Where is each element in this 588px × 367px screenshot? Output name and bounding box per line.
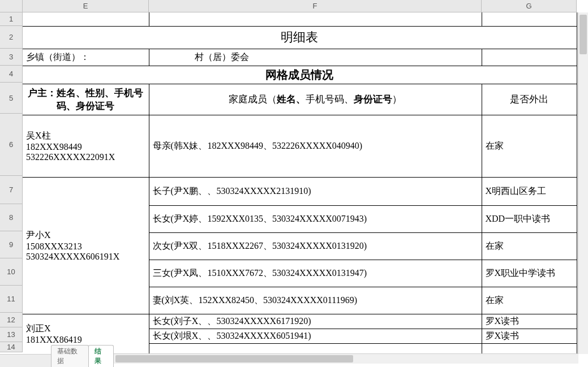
row-header[interactable]: 12 (0, 313, 23, 327)
row-header[interactable]: 4 (0, 66, 23, 83)
member-cell[interactable]: 次女(尹X双、1518XXX2267、530324XXXXX0131920) (149, 232, 482, 260)
status-cell[interactable]: 罗X读书 (482, 329, 577, 343)
row-header[interactable]: 14 (0, 342, 23, 352)
row-header[interactable]: 13 (0, 327, 23, 342)
row-header[interactable]: 11 (0, 286, 23, 313)
title-cell[interactable]: 明细表 (23, 26, 577, 49)
vertical-scrollbar[interactable] (578, 12, 588, 354)
member-cell[interactable]: 三女(尹X凤、1510XXX7672、530324XXXXX0131947) (149, 260, 482, 287)
column-headers: E F G (23, 0, 577, 12)
tab-result[interactable]: 结果 (88, 345, 114, 367)
status-cell[interactable]: X明西山区务工 (482, 177, 577, 205)
section-header[interactable]: 网格成员情况 (23, 66, 577, 84)
row-headers: 1234567891011121314 (0, 12, 23, 352)
cell[interactable] (482, 49, 577, 66)
sheet-tabs: 基础数据 结果 (0, 354, 113, 367)
cell[interactable] (23, 12, 149, 26)
col-e-header[interactable]: 户主：姓名、性别、手机号码、身份证号 (23, 84, 149, 115)
text: 姓名、性别、手机号码、身份证号 (57, 88, 143, 111)
spreadsheet-grid[interactable]: 明细表 乡镇（街道）： 村（居）委会 网格成员情况 户主：姓名、性别、手机号码、… (23, 12, 577, 353)
household-head[interactable]: 吴X柱182XXX98449532226XXXXX22091X (23, 115, 149, 177)
status-cell[interactable]: 在家 (482, 287, 577, 314)
corner-select-all[interactable] (0, 0, 23, 12)
status-cell[interactable]: 罗X职业中学读书 (482, 260, 577, 287)
household-head[interactable]: 尹小X1508XXX3213530324XXXXX606191X (23, 177, 149, 314)
row-header[interactable]: 9 (0, 231, 23, 258)
member-cell[interactable]: 长子(尹X鹏、、530324XXXXX2131910) (149, 177, 482, 205)
row-header[interactable]: 6 (0, 114, 23, 176)
row-header[interactable]: 1 (0, 12, 23, 26)
status-cell[interactable] (482, 343, 577, 353)
text: 家庭成员（ (229, 94, 277, 105)
cell[interactable] (149, 12, 482, 26)
horizontal-scrollbar[interactable] (113, 353, 578, 364)
row-header[interactable]: 10 (0, 258, 23, 286)
text: 姓名、 (277, 94, 306, 105)
member-cell[interactable]: 妻(刘X英、152XXX82450、530324XXXXX0111969) (149, 287, 482, 314)
col-header-f[interactable]: F (149, 0, 482, 12)
status-cell[interactable]: 罗X读书 (482, 314, 577, 329)
text: 户主： (28, 88, 57, 98)
member-cell[interactable] (149, 343, 482, 353)
text: 手机号码、 (306, 94, 354, 105)
status-cell[interactable]: 在家 (482, 232, 577, 260)
row-header[interactable]: 5 (0, 83, 23, 114)
col-f-header[interactable]: 家庭成员（姓名、手机号码、身份证号） (149, 84, 482, 115)
township-label[interactable]: 乡镇（街道）： (23, 49, 149, 66)
member-cell[interactable]: 长女(刘子X、、530324XXXXX6171920) (149, 314, 482, 329)
row-header[interactable]: 3 (0, 49, 23, 66)
row-header[interactable]: 8 (0, 204, 23, 231)
text: ） (392, 94, 402, 105)
scrollbar-thumb[interactable] (580, 15, 587, 54)
member-cell[interactable]: 长女(尹X婷、1592XXX0135、530324XXXXX0071943) (149, 205, 482, 232)
cell[interactable] (482, 12, 577, 26)
row-header[interactable]: 7 (0, 176, 23, 204)
status-cell[interactable]: 在家 (482, 115, 577, 177)
member-cell[interactable]: 母亲(韩X妹、182XXX98449、532226XXXXX040940) (149, 115, 482, 177)
scrollbar-thumb[interactable] (115, 355, 353, 362)
member-cell[interactable]: 长女(刘垠X、、530324XXXXX6051941) (149, 329, 482, 343)
row-header[interactable]: 2 (0, 26, 23, 49)
tab-base-data[interactable]: 基础数据 (51, 345, 89, 367)
col-header-g[interactable]: G (482, 0, 577, 12)
status-cell[interactable]: XDD一职中读书 (482, 205, 577, 232)
text: 身份证号 (354, 94, 392, 105)
col-header-e[interactable]: E (23, 0, 149, 12)
col-g-header[interactable]: 是否外出 (482, 84, 577, 115)
village-label[interactable]: 村（居）委会 (149, 49, 482, 66)
